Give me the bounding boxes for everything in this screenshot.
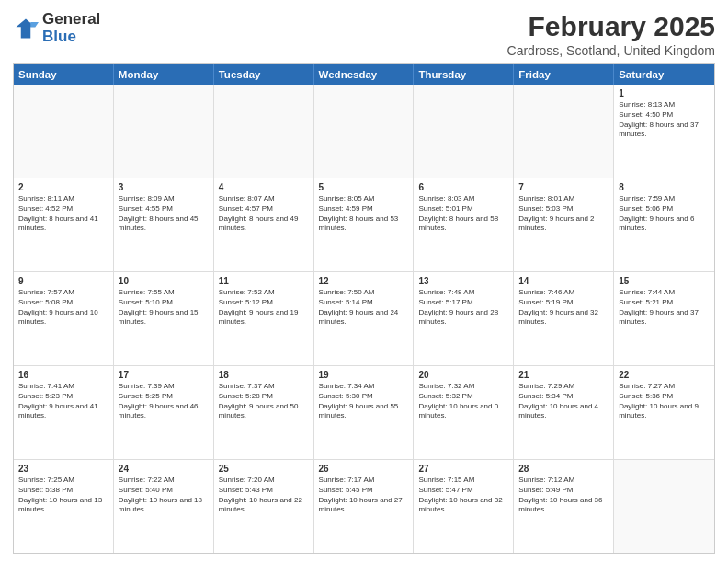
calendar-cell: [414, 85, 514, 178]
day-number: 12: [319, 276, 409, 286]
calendar-cell: 8Sunrise: 7:59 AM Sunset: 5:06 PM Daylig…: [614, 178, 714, 271]
calendar-cell: 15Sunrise: 7:44 AM Sunset: 5:21 PM Dayli…: [614, 272, 714, 365]
calendar-cell: 23Sunrise: 7:25 AM Sunset: 5:38 PM Dayli…: [14, 460, 114, 553]
calendar-cell: 25Sunrise: 7:20 AM Sunset: 5:43 PM Dayli…: [214, 460, 314, 553]
day-number: 25: [219, 464, 309, 474]
calendar-cell: 28Sunrise: 7:12 AM Sunset: 5:49 PM Dayli…: [514, 460, 614, 553]
day-number: 8: [619, 182, 710, 192]
day-number: 16: [18, 370, 108, 380]
calendar-cell: 17Sunrise: 7:39 AM Sunset: 5:25 PM Dayli…: [114, 366, 214, 459]
day-number: 3: [119, 182, 209, 192]
cell-text: Sunrise: 7:50 AM Sunset: 5:14 PM Dayligh…: [319, 288, 409, 327]
svg-marker-1: [30, 22, 39, 27]
day-number: 7: [518, 182, 609, 192]
calendar-cell: [14, 85, 114, 178]
day-number: 2: [18, 182, 108, 192]
page: General Blue February 2025 Cardross, Sco…: [0, 0, 728, 563]
cell-text: Sunrise: 7:55 AM Sunset: 5:10 PM Dayligh…: [119, 288, 209, 327]
calendar-cell: 5Sunrise: 8:05 AM Sunset: 4:59 PM Daylig…: [314, 178, 415, 271]
calendar-header-cell: Tuesday: [214, 64, 314, 85]
day-number: 22: [619, 370, 710, 380]
day-number: 26: [319, 464, 409, 474]
day-number: 13: [418, 276, 508, 286]
calendar-row: 23Sunrise: 7:25 AM Sunset: 5:38 PM Dayli…: [14, 460, 714, 553]
logo-icon: [13, 16, 39, 41]
calendar-cell: 7Sunrise: 8:01 AM Sunset: 5:03 PM Daylig…: [514, 178, 614, 271]
cell-text: Sunrise: 7:37 AM Sunset: 5:28 PM Dayligh…: [219, 382, 309, 421]
cell-text: Sunrise: 7:41 AM Sunset: 5:23 PM Dayligh…: [18, 382, 108, 421]
calendar-cell: 10Sunrise: 7:55 AM Sunset: 5:10 PM Dayli…: [114, 272, 214, 365]
calendar-cell: 9Sunrise: 7:57 AM Sunset: 5:08 PM Daylig…: [14, 272, 114, 365]
calendar-cell: 14Sunrise: 7:46 AM Sunset: 5:19 PM Dayli…: [514, 272, 614, 365]
cell-text: Sunrise: 8:01 AM Sunset: 5:03 PM Dayligh…: [518, 194, 609, 234]
calendar-header-cell: Saturday: [614, 64, 714, 85]
calendar-row: 2Sunrise: 8:11 AM Sunset: 4:52 PM Daylig…: [14, 178, 714, 272]
calendar-cell: 20Sunrise: 7:32 AM Sunset: 5:32 PM Dayli…: [414, 366, 514, 459]
day-number: 14: [518, 276, 609, 286]
cell-text: Sunrise: 8:07 AM Sunset: 4:57 PM Dayligh…: [219, 194, 309, 234]
day-number: 27: [418, 464, 508, 474]
day-number: 21: [518, 370, 609, 380]
cell-text: Sunrise: 7:12 AM Sunset: 5:49 PM Dayligh…: [518, 476, 609, 515]
calendar: SundayMondayTuesdayWednesdayThursdayFrid…: [13, 63, 715, 554]
day-number: 9: [18, 276, 108, 286]
day-number: 19: [319, 370, 409, 380]
calendar-cell: 1Sunrise: 8:13 AM Sunset: 4:50 PM Daylig…: [614, 85, 714, 178]
cell-text: Sunrise: 8:11 AM Sunset: 4:52 PM Dayligh…: [18, 194, 108, 234]
cell-text: Sunrise: 7:44 AM Sunset: 5:21 PM Dayligh…: [619, 288, 710, 327]
cell-text: Sunrise: 7:22 AM Sunset: 5:40 PM Dayligh…: [119, 476, 209, 515]
calendar-cell: 24Sunrise: 7:22 AM Sunset: 5:40 PM Dayli…: [114, 460, 214, 553]
calendar-cell: 13Sunrise: 7:48 AM Sunset: 5:17 PM Dayli…: [414, 272, 514, 365]
day-number: 4: [219, 182, 309, 192]
cell-text: Sunrise: 7:34 AM Sunset: 5:30 PM Dayligh…: [319, 382, 409, 421]
day-number: 1: [619, 88, 710, 98]
cell-text: Sunrise: 7:59 AM Sunset: 5:06 PM Dayligh…: [619, 194, 710, 234]
sub-title: Cardross, Scotland, United Kingdom: [507, 43, 715, 58]
cell-text: Sunrise: 7:39 AM Sunset: 5:25 PM Dayligh…: [119, 382, 209, 421]
day-number: 5: [319, 182, 409, 192]
day-number: 17: [119, 370, 209, 380]
calendar-cell: 3Sunrise: 8:09 AM Sunset: 4:55 PM Daylig…: [114, 178, 214, 271]
cell-text: Sunrise: 7:32 AM Sunset: 5:32 PM Dayligh…: [418, 382, 508, 421]
logo: General Blue: [13, 11, 100, 45]
cell-text: Sunrise: 7:48 AM Sunset: 5:17 PM Dayligh…: [418, 288, 508, 327]
calendar-cell: 21Sunrise: 7:29 AM Sunset: 5:34 PM Dayli…: [514, 366, 614, 459]
calendar-cell: [214, 85, 314, 178]
calendar-row: 16Sunrise: 7:41 AM Sunset: 5:23 PM Dayli…: [14, 366, 714, 460]
calendar-row: 9Sunrise: 7:57 AM Sunset: 5:08 PM Daylig…: [14, 272, 714, 366]
day-number: 23: [18, 464, 108, 474]
svg-marker-0: [17, 18, 36, 38]
calendar-header-cell: Thursday: [414, 64, 514, 85]
calendar-cell: 11Sunrise: 7:52 AM Sunset: 5:12 PM Dayli…: [214, 272, 314, 365]
day-number: 24: [119, 464, 209, 474]
day-number: 6: [418, 182, 508, 192]
cell-text: Sunrise: 7:17 AM Sunset: 5:45 PM Dayligh…: [319, 476, 409, 515]
calendar-cell: 19Sunrise: 7:34 AM Sunset: 5:30 PM Dayli…: [314, 366, 415, 459]
day-number: 28: [518, 464, 609, 474]
day-number: 18: [219, 370, 309, 380]
cell-text: Sunrise: 7:27 AM Sunset: 5:36 PM Dayligh…: [619, 382, 710, 421]
cell-text: Sunrise: 7:52 AM Sunset: 5:12 PM Dayligh…: [219, 288, 309, 327]
cell-text: Sunrise: 7:15 AM Sunset: 5:47 PM Dayligh…: [418, 476, 508, 515]
day-number: 10: [119, 276, 209, 286]
logo-text: General Blue: [42, 11, 100, 45]
calendar-cell: 26Sunrise: 7:17 AM Sunset: 5:45 PM Dayli…: [314, 460, 415, 553]
calendar-cell: 12Sunrise: 7:50 AM Sunset: 5:14 PM Dayli…: [314, 272, 415, 365]
calendar-cell: [114, 85, 214, 178]
calendar-cell: [314, 85, 415, 178]
calendar-cell: 6Sunrise: 8:03 AM Sunset: 5:01 PM Daylig…: [414, 178, 514, 271]
cell-text: Sunrise: 7:29 AM Sunset: 5:34 PM Dayligh…: [518, 382, 609, 421]
day-number: 11: [219, 276, 309, 286]
calendar-cell: 4Sunrise: 8:07 AM Sunset: 4:57 PM Daylig…: [214, 178, 314, 271]
calendar-cell: 27Sunrise: 7:15 AM Sunset: 5:47 PM Dayli…: [414, 460, 514, 553]
calendar-header-cell: Sunday: [14, 64, 114, 85]
calendar-header-cell: Friday: [514, 64, 614, 85]
calendar-body: 1Sunrise: 8:13 AM Sunset: 4:50 PM Daylig…: [14, 85, 714, 553]
cell-text: Sunrise: 8:09 AM Sunset: 4:55 PM Dayligh…: [119, 194, 209, 234]
calendar-header: SundayMondayTuesdayWednesdayThursdayFrid…: [14, 64, 714, 85]
calendar-cell: [614, 460, 714, 553]
day-number: 15: [619, 276, 710, 286]
cell-text: Sunrise: 7:46 AM Sunset: 5:19 PM Dayligh…: [518, 288, 609, 327]
calendar-cell: 22Sunrise: 7:27 AM Sunset: 5:36 PM Dayli…: [614, 366, 714, 459]
day-number: 20: [418, 370, 508, 380]
